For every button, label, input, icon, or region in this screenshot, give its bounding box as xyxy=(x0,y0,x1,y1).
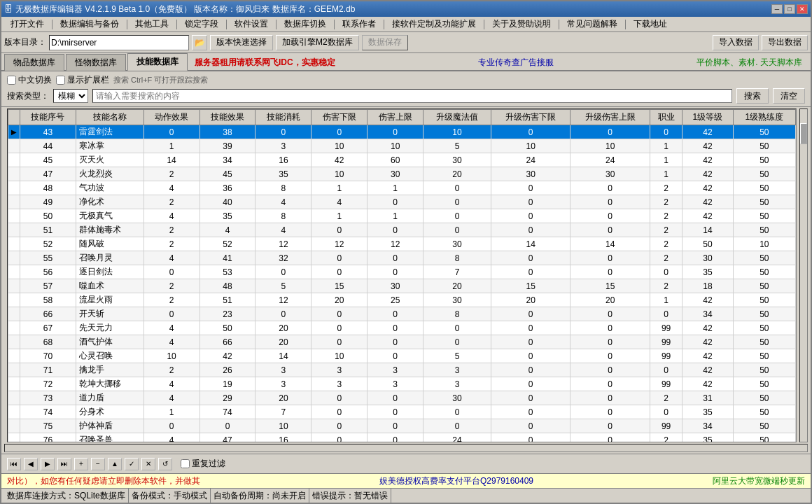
export-data-button[interactable]: 导出数据 xyxy=(762,35,808,50)
load-m2-button[interactable]: 加载引擎M2数据库 xyxy=(276,35,359,50)
tab-skill-db[interactable]: 技能数据库 xyxy=(127,53,188,71)
add-record-button[interactable]: + xyxy=(74,458,88,470)
search-button[interactable]: 搜索 xyxy=(736,88,769,104)
minimize-button[interactable]: ─ xyxy=(771,4,783,14)
toolbar: 版本目录： 📂 版本快速选择 加载引擎M2数据库 数据保存 导入数据 导出数据 xyxy=(1,32,811,53)
col-header-job[interactable]: 职业 xyxy=(650,110,682,125)
chinese-input-checkbox[interactable]: 中文切换 xyxy=(7,74,52,86)
table-row[interactable]: 68 酒气护体 4 66 20 0 0 0 0 0 99 42 50 xyxy=(8,335,796,349)
row-indicator: ▶ xyxy=(8,125,20,139)
table-row[interactable]: ▶ 43 雷霆剑法 0 38 0 0 0 10 0 0 0 42 50 xyxy=(8,125,796,139)
delete-record-button[interactable]: − xyxy=(91,458,105,470)
table-row[interactable]: 44 寒冰掌 1 39 3 10 10 5 10 10 1 42 50 xyxy=(8,139,796,153)
menu-data-edit[interactable]: 数据编辑与备份 xyxy=(54,16,125,32)
col-header-action[interactable]: 动作效果 xyxy=(144,110,200,125)
tab-items-db[interactable]: 物品数据库 xyxy=(4,54,64,71)
table-row[interactable]: 57 噬血术 2 48 5 15 30 20 15 15 2 18 50 xyxy=(8,279,796,293)
cell-dmgmin: 0 xyxy=(312,223,368,237)
table-row[interactable]: 49 净化术 2 40 4 4 0 0 0 0 2 42 50 xyxy=(8,195,796,209)
cell-dmgmax: 30 xyxy=(368,279,424,293)
nav-bar: ⏮ ◀ ▶ ⏭ + − ▲ ✓ ✕ ↺ 重复过滤 xyxy=(1,454,811,473)
table-row[interactable]: 73 道力盾 4 29 20 0 0 30 0 0 2 31 50 xyxy=(8,391,796,405)
prev-record-button[interactable]: ◀ xyxy=(24,458,38,470)
col-header-lv1[interactable]: 1级等级 xyxy=(682,110,733,125)
filter-check[interactable] xyxy=(181,459,190,468)
cell-action: 2 xyxy=(144,223,200,237)
menu-lock-field[interactable]: 锁定字段 xyxy=(178,16,225,32)
tab-monster-db[interactable]: 怪物数据库 xyxy=(66,54,126,71)
col-header-lvlmp[interactable]: 升级魔法值 xyxy=(424,110,491,125)
menu-other-tools[interactable]: 其他工具 xyxy=(129,16,175,32)
scroll-thumb[interactable] xyxy=(800,123,807,144)
cell-id: 45 xyxy=(20,153,76,167)
cell-lvlmp: 30 xyxy=(424,237,491,251)
table-row[interactable]: 67 先天元力 4 50 20 0 0 0 0 0 99 42 50 xyxy=(8,321,796,335)
table-row[interactable]: 71 擒龙手 2 26 3 3 3 3 0 0 0 42 50 xyxy=(8,363,796,377)
vertical-scrollbar[interactable] xyxy=(799,108,808,442)
folder-browse-button[interactable]: 📂 xyxy=(192,35,207,50)
col-header-dmgmax[interactable]: 伤害上限 xyxy=(368,110,424,125)
table-row[interactable]: 55 召唤月灵 4 41 32 0 0 8 0 0 2 30 50 xyxy=(8,251,796,265)
menu-about[interactable]: 关于及赞助说明 xyxy=(486,16,557,32)
table-row[interactable]: 72 乾坤大挪移 4 19 3 3 3 3 0 0 99 42 50 xyxy=(8,377,796,391)
path-input[interactable] xyxy=(49,35,189,50)
move-up-button[interactable]: ▲ xyxy=(108,458,122,470)
filter-label: 重复过滤 xyxy=(192,458,225,470)
restore-button[interactable]: □ xyxy=(784,4,795,14)
first-record-button[interactable]: ⏮ xyxy=(7,458,21,470)
table-row[interactable]: 56 逐日剑法 0 53 0 0 0 7 0 0 0 35 50 xyxy=(8,265,796,279)
table-row[interactable]: 47 火龙烈炎 2 45 35 10 30 20 30 30 1 42 50 xyxy=(8,167,796,181)
table-row[interactable]: 66 开天斩 0 23 0 0 0 8 0 0 0 34 50 xyxy=(8,307,796,321)
menu-contact[interactable]: 联系作者 xyxy=(336,16,382,32)
data-save-button[interactable]: 数据保存 xyxy=(362,35,408,50)
search-input[interactable] xyxy=(92,89,732,103)
table-row[interactable]: 50 无极真气 4 35 8 1 1 0 0 0 2 42 50 xyxy=(8,209,796,223)
chinese-input-check[interactable] xyxy=(7,76,16,85)
close-button[interactable]: ✕ xyxy=(797,4,808,14)
show-extended-checkbox[interactable]: 显示扩展栏 xyxy=(56,74,109,86)
table-row[interactable]: 52 随风破 2 52 12 12 12 30 14 14 2 50 10 xyxy=(8,237,796,251)
menu-custom[interactable]: 接软件定制及功能扩展 xyxy=(386,16,482,32)
table-row[interactable]: 48 气功波 4 36 8 1 1 0 0 0 2 42 50 xyxy=(8,181,796,195)
import-data-button[interactable]: 导入数据 xyxy=(713,35,759,50)
table-row[interactable]: 51 群体施毒术 2 4 4 0 0 0 0 0 2 14 50 xyxy=(8,223,796,237)
search-type-select[interactable]: 模糊 精确 正则 xyxy=(53,89,88,103)
menu-download[interactable]: 下载地址 xyxy=(627,16,673,32)
table-row[interactable]: 76 召唤圣兽 4 47 16 0 0 24 0 0 2 35 50 xyxy=(8,433,796,443)
col-header-dmgmin[interactable]: 伤害下限 xyxy=(312,110,368,125)
col-header-name[interactable]: 技能名称 xyxy=(76,110,144,125)
table-row[interactable]: 58 流星火雨 2 51 12 20 25 30 20 20 1 42 50 xyxy=(8,293,796,307)
col-header-cost[interactable]: 技能消耗 xyxy=(255,110,312,125)
clear-button[interactable]: 清空 xyxy=(773,88,805,104)
menu-open-file[interactable]: 打开文件 xyxy=(4,16,50,32)
horizontal-scrollbar[interactable] xyxy=(4,444,808,452)
cell-job: 2 xyxy=(650,181,682,195)
col-header-prof1[interactable]: 1级熟练度 xyxy=(733,110,795,125)
quick-select-button[interactable]: 版本快速选择 xyxy=(210,35,273,50)
cell-dmgmax: 1 xyxy=(368,181,424,195)
table-row[interactable]: 70 心灵召唤 10 42 14 10 0 5 0 0 99 42 50 xyxy=(8,349,796,363)
cell-id: 70 xyxy=(20,349,76,363)
table-row[interactable]: 45 灭天火 14 34 16 42 60 30 24 24 1 42 50 xyxy=(8,153,796,167)
col-header-effect[interactable]: 技能效果 xyxy=(200,110,255,125)
cell-lvlmp: 10 xyxy=(424,125,491,139)
confirm-button[interactable]: ✓ xyxy=(125,458,139,470)
refresh-button[interactable]: ↺ xyxy=(158,458,172,470)
table-row[interactable]: 75 护体神盾 0 0 10 0 0 0 0 0 99 34 50 xyxy=(8,419,796,433)
table-row[interactable]: 74 分身术 1 74 7 0 0 0 0 0 0 35 50 xyxy=(8,405,796,419)
menu-db-switch[interactable]: 数据库切换 xyxy=(278,16,332,32)
cancel-edit-button[interactable]: ✕ xyxy=(141,458,155,470)
menu-faq[interactable]: 常见问题解释 xyxy=(561,16,624,32)
cell-dmgmax: 3 xyxy=(368,377,424,391)
cell-job: 1 xyxy=(650,139,682,153)
col-header-lvldmgmin[interactable]: 升级伤害下限 xyxy=(491,110,570,125)
row-indicator xyxy=(8,307,20,321)
filter-checkbox[interactable]: 重复过滤 xyxy=(181,458,225,470)
last-record-button[interactable]: ⏭ xyxy=(57,458,71,470)
col-header-id[interactable]: 技能序号 xyxy=(20,110,76,125)
next-record-button[interactable]: ▶ xyxy=(41,458,55,470)
menu-settings[interactable]: 软件设置 xyxy=(228,16,274,32)
show-extended-check[interactable] xyxy=(56,76,65,85)
cell-action: 4 xyxy=(144,433,200,443)
col-header-lvldmgmax[interactable]: 升级伤害上限 xyxy=(570,110,650,125)
